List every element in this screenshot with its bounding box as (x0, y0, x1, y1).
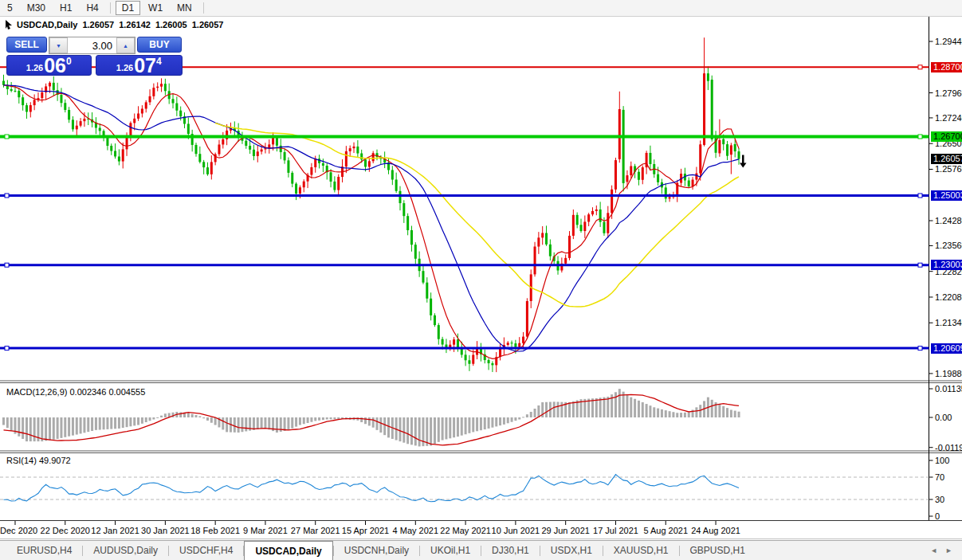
volume-increase-icon[interactable]: ▲ (116, 37, 135, 53)
level-price-label: 1.25003 (931, 190, 962, 201)
buy-price-display[interactable]: 1.26 07 4 (96, 55, 183, 76)
level-price-label: 1.20609 (931, 343, 962, 354)
macd-label: MACD(12,26,9) 0.002346 0.004555 (6, 387, 145, 397)
price-tick-label: 1.24280 (935, 216, 962, 225)
date-tick-label: 22 Dec 2020 (41, 526, 90, 535)
date-tick-label: 10 Jun 2021 (492, 526, 540, 535)
tabs-scroll-left-icon[interactable]: ◄ (930, 546, 937, 554)
macd-tick-label: 0.00 (935, 413, 952, 422)
date-tick-label: 27 Mar 2021 (291, 526, 340, 535)
sell-price-prefix: 1.26 (26, 63, 43, 72)
chart-tab-usdcnh-daily[interactable]: USDCNH,Daily (334, 541, 419, 560)
buy-price-sup: 4 (156, 56, 162, 67)
rsi-tick-label: 0 (935, 511, 940, 521)
chart-title: USDCAD,Daily 1.26057 1.26142 1.26005 1.2… (5, 19, 225, 29)
buy-price-prefix: 1.26 (116, 63, 133, 72)
price-tick-label: 1.23560 (935, 241, 962, 250)
mt4-window: { "toolbar": {"groups": [["5","M30","H1"… (0, 0, 962, 560)
date-tick-label: 5 Aug 2021 (643, 526, 688, 535)
chart-tab-usdx-h1[interactable]: USDX,H1 (540, 541, 603, 560)
ohlc-low: 1.26005 (155, 20, 187, 29)
level-price-label: 1.28700 (931, 62, 962, 72)
timeframe-button-h4[interactable]: H4 (80, 1, 104, 15)
sell-price-display[interactable]: 1.26 06 0 (6, 55, 92, 76)
chart-tab-audusd-daily[interactable]: AUDUSD,Daily (83, 541, 168, 560)
pointer-icon (5, 19, 14, 29)
volume-decrease-icon[interactable]: ▼ (49, 37, 68, 53)
tabs-scroll-right-icon[interactable]: ► (945, 546, 952, 554)
price-tick-label: 1.19880 (935, 369, 962, 378)
timeframe-button-w1[interactable]: W1 (142, 1, 169, 15)
price-tick-label: 1.21340 (935, 318, 962, 327)
timeframe-button-d1[interactable]: D1 (116, 1, 140, 15)
rsi-tick-label: 70 (935, 472, 944, 482)
macd-tick-label: 0.01135 (935, 384, 962, 394)
chart-tab-ukoil-h1[interactable]: UKOil,H1 (420, 541, 481, 560)
date-tick-label: 4 May 2021 (393, 526, 438, 535)
date-tick-label: 24 Aug 2021 (691, 526, 740, 535)
chart-tab-dj30-h1[interactable]: DJ30,H1 (481, 541, 540, 560)
date-tick-label: 15 Apr 2021 (342, 526, 389, 535)
timeframe-button-mn[interactable]: MN (171, 1, 198, 15)
one-click-trading-panel: SELL ▼ 3.00 ▲ BUY 1.26 06 0 1.26 07 4 (6, 37, 183, 76)
timeframe-button-h1[interactable]: H1 (53, 1, 78, 15)
chart-canvas[interactable]: 1.294401.279601.272401.265001.257601.242… (0, 0, 962, 560)
chart-tab-usdcad-daily[interactable]: USDCAD,Daily (244, 541, 332, 560)
ohlc-close: 1.26057 (192, 20, 224, 29)
date-tick-label: 22 May 2021 (440, 526, 491, 535)
volume-stepper: ▼ 3.00 ▲ (49, 37, 135, 54)
chart-tab-gbpusd-h1[interactable]: GBPUSD,H1 (680, 541, 756, 560)
sell-button[interactable]: SELL (6, 37, 47, 53)
sell-price-sup: 0 (66, 56, 72, 67)
buy-price-big: 07 (134, 57, 156, 74)
tab-scroll-arrows: ◄► (930, 541, 962, 560)
date-tick-label: 3 Dec 2020 (0, 526, 37, 535)
level-price-label: 1.26700 (931, 131, 962, 142)
sell-price-big: 06 (44, 57, 66, 74)
ohlc-high: 1.26142 (119, 20, 151, 29)
date-tick-label: 9 Mar 2021 (243, 526, 288, 535)
chart-symbol-label: USDCAD,Daily (17, 20, 77, 29)
price-tick-label: 1.29440 (935, 37, 962, 46)
date-tick-label: 30 Jan 2021 (141, 526, 190, 535)
date-tick-label: 12 Jan 2021 (91, 526, 139, 535)
toolbar-separator (110, 2, 111, 14)
timeframe-button-m30[interactable]: M30 (21, 1, 52, 15)
volume-input[interactable]: 3.00 (68, 37, 116, 53)
current-price-label: 1.26057 (931, 154, 962, 164)
toolbar-separator (203, 2, 204, 14)
chart-tab-eurusd-h4[interactable]: EURUSD,H4 (6, 541, 82, 560)
price-tick-label: 1.22080 (935, 292, 962, 302)
ohlc-open: 1.26057 (82, 20, 114, 29)
buy-button[interactable]: BUY (137, 37, 182, 53)
price-tick-label: 1.27240 (935, 113, 962, 123)
rsi-tick-label: 100 (935, 456, 949, 465)
timeframe-button-5[interactable]: 5 (1, 1, 19, 15)
chart-tab-usdchf-h4[interactable]: USDCHF,H4 (169, 541, 243, 560)
price-tick-label: 1.25760 (935, 164, 962, 174)
price-tick-label: 1.27960 (935, 88, 962, 98)
level-price-label: 1.23003 (931, 260, 962, 270)
date-tick-label: 17 Jul 2021 (593, 526, 638, 535)
timeframe-toolbar: 5M30H1H4D1W1MN (0, 0, 962, 17)
chart-tab-xauusd-h1[interactable]: XAUUSD,H1 (603, 541, 679, 560)
date-tick-label: 29 Jun 2021 (541, 526, 590, 535)
rsi-label: RSI(14) 49.9072 (6, 456, 71, 465)
chart-tab-bar: EURUSD,H4AUDUSD,DailyUSDCHF,H4USDCAD,Dai… (0, 540, 962, 560)
date-tick-label: 18 Feb 2021 (190, 526, 240, 535)
rsi-tick-label: 30 (935, 495, 944, 504)
macd-tick-label: -0.01190 (935, 443, 962, 452)
